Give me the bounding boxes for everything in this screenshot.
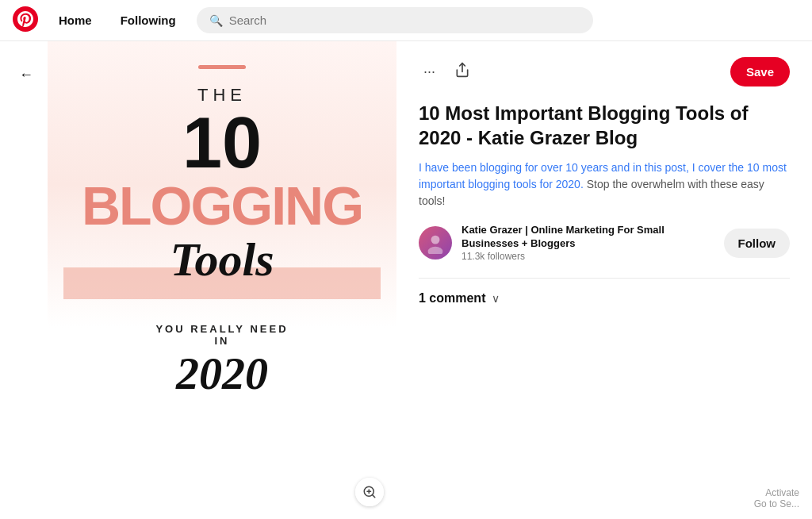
search-input[interactable]	[229, 13, 580, 27]
right-panel: ··· Save 10 Most Important Blogging Tool…	[396, 41, 812, 519]
follow-button[interactable]: Follow	[724, 229, 791, 258]
back-button[interactable]: ←	[13, 60, 40, 90]
action-bar: ··· Save	[419, 57, 790, 86]
action-left: ···	[419, 59, 475, 85]
left-panel: ←	[0, 41, 48, 519]
search-bar: 🔍	[197, 7, 593, 33]
comments-label: 1 comment	[419, 291, 485, 306]
main-content: ← THE 10 BLOGGING Tools YOU REALLY NEEDI…	[0, 41, 812, 519]
author-info: Katie Grazer | Online Marketing For Smal…	[462, 224, 714, 262]
lens-icon	[362, 485, 377, 499]
author-name: Katie Grazer | Online Marketing For Smal…	[462, 224, 714, 251]
search-icon: 🔍	[209, 14, 223, 27]
author-row: Katie Grazer | Online Marketing For Smal…	[419, 224, 790, 262]
avatar-image	[419, 226, 452, 260]
pin-graphic: THE 10 BLOGGING Tools YOU REALLY NEEDIN …	[48, 41, 396, 519]
save-button[interactable]: Save	[730, 57, 790, 86]
navbar: Home Following 🔍	[0, 0, 812, 41]
watermark-line2: Go to Se...	[754, 498, 799, 509]
share-icon	[454, 62, 470, 78]
chevron-down-icon: ∨	[492, 292, 500, 305]
following-nav-link[interactable]: Following	[113, 9, 184, 32]
lens-button[interactable]	[355, 478, 384, 506]
pin-blogging-text: BLOGGING	[82, 179, 362, 233]
pin-title: 10 Most Important Blogging Tools of 2020…	[419, 101, 790, 150]
pin-image-container: THE 10 BLOGGING Tools YOU REALLY NEEDIN …	[48, 41, 396, 519]
share-button[interactable]	[450, 59, 475, 85]
pin-top-bar	[198, 65, 246, 69]
more-icon: ···	[423, 63, 435, 79]
pin-number-text: 10	[182, 107, 262, 179]
svg-point-6	[431, 236, 440, 244]
author-avatar[interactable]	[419, 226, 452, 260]
watermark-line1: Activate	[754, 487, 799, 498]
pinterest-logo[interactable]	[13, 6, 38, 35]
avatar-person-icon	[424, 232, 446, 254]
activate-watermark: Activate Go to Se...	[754, 487, 799, 509]
divider	[419, 278, 790, 279]
svg-point-0	[13, 6, 38, 32]
svg-point-7	[428, 247, 443, 254]
author-followers: 11.3k followers	[462, 251, 714, 262]
home-nav-link[interactable]: Home	[51, 9, 100, 32]
more-options-button[interactable]: ···	[419, 60, 440, 83]
pin-description: I have been blogging for over 10 years a…	[419, 160, 790, 210]
comments-row[interactable]: 1 comment ∨	[419, 291, 790, 306]
pin-tools-text: Tools	[170, 236, 274, 283]
svg-line-2	[372, 494, 374, 497]
pin-year-text: 2020	[176, 347, 268, 400]
pin-subtitle: YOU REALLY NEEDIN	[155, 323, 288, 347]
